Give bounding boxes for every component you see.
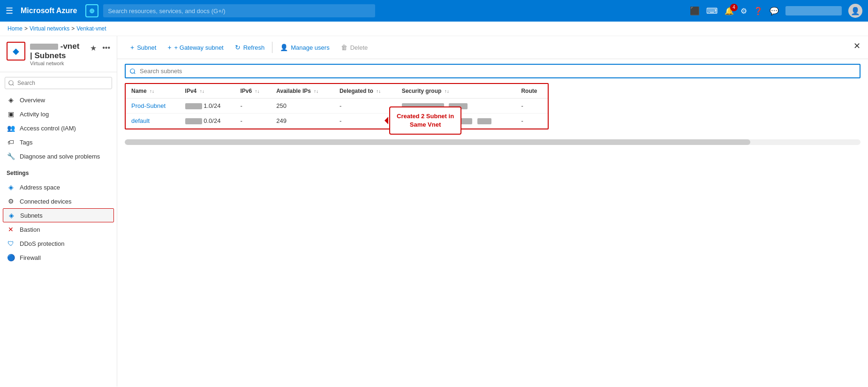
sidebar-item-connected-devices[interactable]: ⚙ Connected devices xyxy=(0,194,117,208)
subnet-name-link-1[interactable]: Prod-Subnet xyxy=(131,102,166,109)
col-name[interactable]: Name ↑↓ xyxy=(126,84,180,99)
col-available-ips[interactable]: Available IPs ↑↓ xyxy=(271,84,334,99)
delete-button[interactable]: 🗑 Delete xyxy=(335,41,374,54)
horizontal-scrollbar[interactable] xyxy=(125,139,860,145)
manage-users-button[interactable]: 👤 Manage users xyxy=(274,41,335,54)
sidebar-search-container xyxy=(0,72,117,91)
azure-logo: Microsoft Azure xyxy=(21,7,77,15)
sidebar-item-diagnose[interactable]: 🔧 Diagnose and solve problems xyxy=(0,149,117,163)
azure-icon-box: ⊕ xyxy=(85,4,98,17)
col-security-group[interactable]: Security group ↑↓ xyxy=(396,84,516,99)
cloud-shell-icon[interactable]: ⌨ xyxy=(706,6,718,16)
cell-available-ips-2: 249 xyxy=(271,114,334,129)
add-gateway-subnet-button[interactable]: + + Gateway subnet xyxy=(162,41,229,54)
help-icon[interactable]: ❓ xyxy=(754,7,763,15)
sidebar-item-overview[interactable]: ◈ Overview xyxy=(0,93,117,107)
col-ipv4[interactable]: IPv4 ↑↓ xyxy=(180,84,235,99)
resource-actions: ★ ••• xyxy=(90,42,110,53)
monitor-icon[interactable]: ⬛ xyxy=(690,6,700,16)
refresh-icon: ↻ xyxy=(235,44,241,51)
table-container: Name ↑↓ IPv4 ↑↓ IPv6 ↑↓ xyxy=(117,83,868,138)
add-subnet-label: Subnet xyxy=(137,44,156,51)
user-info-blurred xyxy=(785,6,842,15)
callout-line1: Created 2 Subnet in xyxy=(397,113,454,120)
hamburger-icon[interactable]: ☰ xyxy=(6,6,13,16)
sidebar-item-tags[interactable]: 🏷 Tags xyxy=(0,135,117,149)
sidebar-item-overview-label: Overview xyxy=(20,97,45,104)
table-row: default 0.0/24 - 249 - xyxy=(126,114,548,129)
sidebar-item-subnets[interactable]: ◈ Subnets xyxy=(3,208,114,222)
sidebar-item-bastion-label: Bastion xyxy=(20,226,40,233)
main-layout: ◆ -vnet | Subnets Virtual network ★ ••• xyxy=(0,36,868,387)
notifications-icon[interactable]: 🔔 4 xyxy=(725,7,734,15)
sort-delegated-to-icon[interactable]: ↑↓ xyxy=(376,89,381,94)
add-subnet-button[interactable]: + Subnet xyxy=(125,41,162,54)
resource-header: ◆ -vnet | Subnets Virtual network ★ ••• xyxy=(0,36,117,72)
topbar-actions: ⬛ ⌨ 🔔 4 ⚙ ❓ 💬 👤 xyxy=(690,4,862,18)
sidebar-item-access-control-label: Access control (IAM) xyxy=(20,125,76,132)
star-icon[interactable]: ★ xyxy=(90,44,97,53)
tags-icon: 🏷 xyxy=(7,138,15,146)
delete-label: Delete xyxy=(350,44,368,51)
sidebar-nav-top: ◈ Overview ▣ Activity log 👥 Access contr… xyxy=(0,91,117,165)
sidebar-item-firewall[interactable]: 🔵 Firewall xyxy=(0,250,117,265)
feedback-icon[interactable]: 💬 xyxy=(770,7,779,15)
close-button[interactable]: ✕ xyxy=(853,41,860,51)
col-route[interactable]: Route xyxy=(515,84,548,99)
ipv4-suffix-1: 1.0/24 xyxy=(204,102,220,109)
refresh-label: Refresh xyxy=(243,44,265,51)
col-delegated-to[interactable]: Delegated to ↑↓ xyxy=(334,84,396,99)
sidebar-item-ddos[interactable]: 🛡 DDoS protection xyxy=(0,236,117,250)
sort-available-ips-icon[interactable]: ↑↓ xyxy=(314,89,318,94)
sidebar-item-firewall-label: Firewall xyxy=(20,254,41,261)
content-area: ✕ + Subnet + + Gateway subnet ↻ Refresh … xyxy=(117,36,868,387)
sort-security-group-icon[interactable]: ↑↓ xyxy=(445,89,449,94)
firewall-icon: 🔵 xyxy=(7,254,15,261)
col-ipv6[interactable]: IPv6 ↑↓ xyxy=(234,84,271,99)
sidebar-item-address-space[interactable]: ◈ Address space xyxy=(0,180,117,194)
more-options-icon[interactable]: ••• xyxy=(102,44,110,53)
ddos-icon: 🛡 xyxy=(7,240,15,247)
cell-name-2: default xyxy=(126,114,180,129)
add-gateway-icon: + xyxy=(167,44,171,51)
sort-ipv4-icon[interactable]: ↑↓ xyxy=(200,89,204,94)
subnet-name-link-2[interactable]: default xyxy=(131,117,150,124)
sort-name-icon[interactable]: ↑↓ xyxy=(150,89,154,94)
callout-annotation: Created 2 Subnet in Same Vnet xyxy=(389,106,461,135)
table-row: Prod-Subnet 1.0/24 - 250 - xyxy=(126,99,548,114)
sidebar-item-connected-devices-label: Connected devices xyxy=(20,198,72,205)
global-search-input[interactable] xyxy=(103,4,375,17)
sidebar-nav-settings: ◈ Address space ⚙ Connected devices ◈ Su… xyxy=(0,178,117,266)
breadcrumb-home[interactable]: Home xyxy=(8,25,23,32)
settings-icon[interactable]: ⚙ xyxy=(740,7,747,15)
cell-delegated-to-1: - xyxy=(334,99,396,114)
sidebar-item-activity-log-label: Activity log xyxy=(20,111,49,118)
sort-ipv6-icon[interactable]: ↑↓ xyxy=(255,89,260,94)
connected-devices-icon: ⚙ xyxy=(7,197,15,205)
search-subnets-input[interactable] xyxy=(125,64,860,78)
cell-name-1: Prod-Subnet xyxy=(126,99,180,114)
cell-ipv6-2: - xyxy=(234,114,271,129)
overview-icon: ◈ xyxy=(7,96,15,104)
resource-icon: ◆ xyxy=(7,42,25,61)
search-subnets-container xyxy=(117,59,868,83)
breadcrumb-sep-2: > xyxy=(71,25,75,32)
sidebar-search-input[interactable] xyxy=(5,77,112,89)
add-subnet-icon: + xyxy=(130,44,134,51)
user-avatar[interactable]: 👤 xyxy=(848,4,862,18)
sidebar-item-activity-log[interactable]: ▣ Activity log xyxy=(0,107,117,121)
breadcrumb: Home > Virtual networks > Venkat-vnet xyxy=(0,22,868,36)
subnets-table: Name ↑↓ IPv4 ↑↓ IPv6 ↑↓ xyxy=(126,84,548,129)
address-space-icon: ◈ xyxy=(7,183,15,191)
breadcrumb-virtual-networks[interactable]: Virtual networks xyxy=(30,25,69,32)
refresh-button[interactable]: ↻ Refresh xyxy=(229,41,271,54)
sidebar-item-access-control[interactable]: 👥 Access control (IAM) xyxy=(0,121,117,135)
cell-route-2: - xyxy=(515,114,548,129)
ipv4-suffix-2: 0.0/24 xyxy=(204,117,220,124)
sidebar-item-ddos-label: DDoS protection xyxy=(20,240,64,247)
breadcrumb-vnet[interactable]: Venkat-vnet xyxy=(76,25,106,32)
sidebar-item-bastion[interactable]: ✕ Bastion xyxy=(0,222,117,236)
subnets-icon: ◈ xyxy=(7,212,15,219)
table-header-row: Name ↑↓ IPv4 ↑↓ IPv6 ↑↓ xyxy=(126,84,548,99)
add-gateway-subnet-label: + Gateway subnet xyxy=(174,44,224,51)
